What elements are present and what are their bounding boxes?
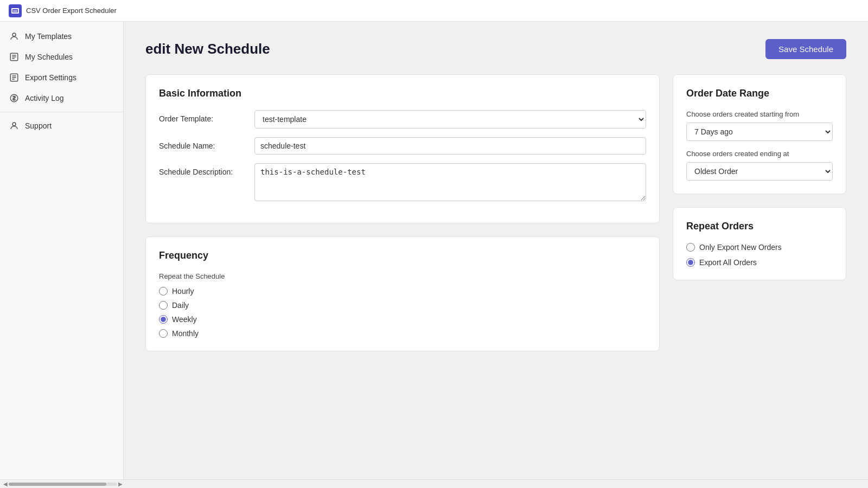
schedule-name-row: Schedule Name:: [159, 137, 646, 155]
sidebar-item-my-templates[interactable]: My Templates: [0, 26, 123, 47]
start-date-label: Choose orders created starting from: [686, 110, 833, 118]
sidebar-item-my-schedules[interactable]: My Schedules: [0, 47, 123, 67]
sidebar-label-my-templates: My Templates: [25, 32, 72, 41]
scroll-thumb: [9, 483, 106, 486]
order-template-row: Order Template: test-template template-1…: [159, 110, 646, 129]
svg-point-10: [12, 123, 16, 126]
app-icon: [9, 4, 22, 17]
save-schedule-button[interactable]: Save Schedule: [765, 39, 846, 59]
repeat-only-new-label: Only Export New Orders: [699, 243, 782, 252]
scroll-indicator: ◀ ▶: [0, 479, 868, 488]
frequency-weekly-radio[interactable]: [159, 315, 168, 324]
page-title: edit New Schedule: [145, 41, 270, 57]
left-column: Basic Information Order Template: test-t…: [145, 74, 660, 351]
scroll-right-arrow[interactable]: ▶: [117, 481, 124, 487]
repeat-orders-radio-group: Only Export New Orders Export All Orders: [686, 243, 833, 267]
schedule-description-label: Schedule Description:: [159, 163, 246, 176]
frequency-daily-label: Daily: [172, 301, 189, 310]
start-date-select[interactable]: 7 Days ago 14 Days ago 30 Days ago 60 Da…: [686, 123, 833, 141]
frequency-radio-group: Hourly Daily Weekly Monthly: [159, 287, 646, 338]
right-column: Order Date Range Choose orders created s…: [673, 74, 846, 351]
repeat-all-orders[interactable]: Export All Orders: [686, 258, 833, 267]
scroll-left-arrow[interactable]: ◀: [2, 481, 9, 487]
sidebar-item-export-settings[interactable]: Export Settings: [0, 67, 123, 88]
sidebar-label-activity-log: Activity Log: [25, 94, 64, 102]
repeat-orders-card: Repeat Orders Only Export New Orders Exp…: [673, 207, 846, 280]
frequency-hourly-radio[interactable]: [159, 287, 168, 296]
basic-info-card: Basic Information Order Template: test-t…: [145, 74, 660, 223]
schedule-name-label: Schedule Name:: [159, 137, 246, 150]
sidebar-label-support: Support: [25, 121, 52, 130]
order-template-select[interactable]: test-template template-1 template-2: [254, 110, 646, 129]
person-icon: [9, 31, 20, 42]
frequency-weekly[interactable]: Weekly: [159, 315, 646, 324]
svg-point-0: [12, 33, 16, 36]
frequency-daily[interactable]: Daily: [159, 301, 646, 310]
sidebar-label-export-settings: Export Settings: [25, 73, 76, 82]
frequency-monthly[interactable]: Monthly: [159, 329, 646, 338]
frequency-monthly-label: Monthly: [172, 329, 199, 338]
content-grid: Basic Information Order Template: test-t…: [145, 74, 846, 351]
repeat-only-new[interactable]: Only Export New Orders: [686, 243, 833, 252]
end-date-label: Choose orders created ending at: [686, 150, 833, 158]
repeat-orders-title: Repeat Orders: [686, 221, 833, 232]
repeat-only-new-radio[interactable]: [686, 243, 695, 252]
circle-dollar-icon: [9, 93, 20, 104]
layout: My Templates My Schedules Export Setting…: [0, 22, 868, 479]
sidebar-item-activity-log[interactable]: Activity Log: [0, 88, 123, 108]
sidebar-label-my-schedules: My Schedules: [25, 53, 73, 61]
frequency-monthly-radio[interactable]: [159, 329, 168, 338]
list-icon-export: [9, 72, 20, 83]
page-header: edit New Schedule Save Schedule: [145, 39, 846, 59]
end-date-select[interactable]: Oldest Order Newest Order Today: [686, 162, 833, 181]
frequency-weekly-label: Weekly: [172, 315, 197, 324]
list-icon-schedules: [9, 52, 20, 62]
frequency-daily-radio[interactable]: [159, 301, 168, 310]
schedule-description-row: Schedule Description: this-is-a-schedule…: [159, 163, 646, 201]
repeat-all-orders-label: Export All Orders: [699, 258, 757, 267]
frequency-title: Frequency: [159, 250, 646, 261]
sidebar-item-support[interactable]: Support: [0, 115, 123, 136]
order-date-range-title: Order Date Range: [686, 88, 833, 99]
app-title: CSV Order Export Scheduler: [26, 7, 117, 15]
top-bar: CSV Order Export Scheduler: [0, 0, 868, 22]
frequency-hourly-label: Hourly: [172, 287, 194, 296]
schedule-name-input[interactable]: [254, 137, 646, 155]
main-content: edit New Schedule Save Schedule Basic In…: [124, 22, 868, 479]
scroll-track: [9, 483, 117, 486]
person-icon-support: [9, 120, 20, 131]
sidebar: My Templates My Schedules Export Setting…: [0, 22, 124, 479]
order-template-label: Order Template:: [159, 110, 246, 123]
frequency-card: Frequency Repeat the Schedule Hourly Dai…: [145, 236, 660, 351]
order-date-range-card: Order Date Range Choose orders created s…: [673, 74, 846, 194]
basic-info-title: Basic Information: [159, 88, 646, 99]
repeat-all-orders-radio[interactable]: [686, 258, 695, 267]
frequency-subtitle: Repeat the Schedule: [159, 272, 646, 280]
sidebar-divider: [0, 112, 123, 112]
frequency-hourly[interactable]: Hourly: [159, 287, 646, 296]
schedule-description-input[interactable]: this-is-a-schedule-test: [254, 163, 646, 201]
